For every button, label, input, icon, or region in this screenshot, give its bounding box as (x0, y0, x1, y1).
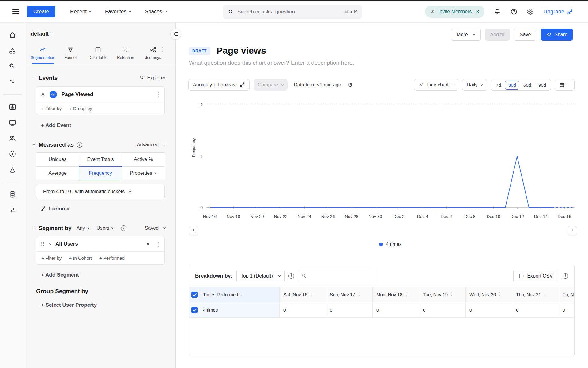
segment-remove-icon[interactable]: ✕ (146, 241, 150, 247)
advanced-dropdown[interactable]: Advanced (137, 142, 165, 148)
segment-any-dropdown[interactable]: Any (77, 225, 89, 231)
audiences-users-icon[interactable] (9, 134, 17, 142)
segment-filter-by[interactable]: + Filter by (41, 255, 62, 261)
sort-icon[interactable] (310, 292, 312, 297)
collapse-chevron-icon[interactable] (33, 76, 35, 79)
sort-icon[interactable] (450, 292, 453, 297)
segment-name[interactable]: All Users (55, 241, 78, 247)
products-icon[interactable] (9, 47, 17, 55)
sort-icon[interactable] (544, 292, 546, 297)
chart-plot-area[interactable] (206, 105, 575, 208)
select-all-checkbox[interactable] (191, 292, 198, 298)
nav-favorites[interactable]: Favorites (105, 9, 131, 15)
event-group-by[interactable]: + Group-by (69, 106, 92, 111)
search-input[interactable]: Search or ask a question ⌘ + K (223, 5, 362, 19)
measure-frequency[interactable]: Frequency (79, 166, 122, 180)
integrations-swap-icon[interactable] (9, 206, 17, 214)
home-icon[interactable] (9, 31, 17, 39)
more-button[interactable]: More (451, 29, 480, 41)
description-placeholder[interactable]: What question does this chart answer? En… (189, 59, 354, 66)
chart-type-dropdown[interactable]: Line chart (414, 79, 458, 91)
segment-users-dropdown[interactable]: Users (96, 225, 114, 231)
column-header-date[interactable]: Sat, Nov 16 (280, 287, 326, 302)
bucket-selector[interactable]: From 4 to 10 , with automatic buckets (36, 184, 165, 199)
tab-funnel[interactable]: Funnel (58, 46, 83, 64)
column-header-date[interactable]: Sun, Nov 17 (326, 287, 373, 302)
segment-info-icon[interactable]: i (121, 225, 126, 231)
save-button[interactable]: Save (514, 29, 536, 41)
segment-performed[interactable]: + Performed (99, 255, 125, 261)
experiments-flask-icon[interactable] (9, 166, 17, 174)
segment-expand-chevron-icon[interactable] (49, 242, 51, 244)
panel-collapse-button[interactable] (170, 29, 181, 40)
data-database-icon[interactable] (9, 190, 17, 198)
breakdown-search-input[interactable] (298, 270, 375, 282)
measured-info-icon[interactable]: i (77, 142, 82, 148)
event-options-icon[interactable]: ⋮ (155, 92, 160, 97)
collapse-chevron-icon[interactable] (33, 143, 35, 145)
range-30d[interactable]: 30d (505, 81, 519, 90)
invite-members-button[interactable]: Invite Members ✕ (425, 6, 484, 18)
date-range-picker[interactable] (555, 79, 575, 91)
tabs-more-menu-icon[interactable]: ⋮ (159, 47, 164, 51)
add-to-button[interactable]: Add to (485, 29, 510, 41)
chart-legend[interactable]: 4 times (206, 242, 575, 247)
chart-prev-button[interactable] (189, 226, 198, 235)
compare-button[interactable]: Compare (254, 79, 288, 91)
drag-handle-icon[interactable] (41, 242, 44, 246)
collapse-chevron-icon[interactable] (33, 226, 35, 229)
select-user-property-button[interactable]: + Select User Property (41, 302, 175, 308)
hamburger-menu-icon[interactable] (12, 9, 19, 14)
invite-dismiss-icon[interactable]: ✕ (476, 9, 480, 14)
row-checkbox[interactable] (191, 307, 198, 313)
segment-in-cohort[interactable]: + In Cohort (69, 255, 92, 261)
replays-play-icon[interactable] (9, 150, 17, 158)
ai-sparkle-icon[interactable] (9, 78, 17, 86)
measure-uniques[interactable]: Uniques (36, 152, 79, 167)
measure-properties[interactable]: Properties (122, 166, 165, 180)
add-segment-button[interactable]: + Add Segment (41, 272, 175, 278)
tab-data-table[interactable]: Data Table (86, 46, 110, 64)
column-header-times-performed[interactable]: Times Performed (199, 287, 280, 302)
sort-icon[interactable] (358, 292, 360, 297)
export-csv-button[interactable]: Export CSV (513, 270, 558, 282)
nav-recent[interactable]: Recent (70, 9, 91, 15)
page-title[interactable]: Page views (217, 45, 266, 56)
refresh-icon[interactable] (347, 82, 352, 88)
sort-icon[interactable] (240, 292, 243, 297)
measure-average[interactable]: Average (36, 166, 79, 180)
breakdown-info-icon[interactable]: i (288, 273, 294, 279)
granularity-dropdown[interactable]: Daily (462, 79, 488, 91)
sort-icon[interactable] (405, 292, 408, 297)
upgrade-link[interactable]: Upgrade (543, 9, 573, 15)
event-filter-by[interactable]: + Filter by (41, 106, 62, 111)
tab-segmentation[interactable]: Segmentation (31, 46, 55, 64)
formula-button[interactable]: Formula (40, 206, 175, 212)
measure-active-pct[interactable]: Active % (122, 152, 165, 167)
range-60d[interactable]: 60d (520, 81, 534, 90)
sort-icon[interactable] (498, 292, 501, 297)
export-info-icon[interactable]: i (563, 273, 568, 279)
measure-event-totals[interactable]: Event Totals (79, 152, 122, 167)
column-header-date[interactable]: Wed, Nov 20 (466, 287, 512, 302)
session-replay-cursor-icon[interactable] (9, 63, 17, 71)
chart-next-button[interactable] (568, 226, 577, 235)
column-header-date[interactable]: Fri, Nov 22 (559, 287, 575, 302)
column-header-date[interactable]: Mon, Nov 18 (373, 287, 419, 302)
range-90d[interactable]: 90d (535, 81, 549, 90)
notifications-bell-icon[interactable] (494, 8, 501, 15)
column-header-date[interactable]: Thu, Nov 21 (512, 287, 559, 302)
column-header-date[interactable]: Tue, Nov 19 (419, 287, 466, 302)
explorer-button[interactable]: Explorer (139, 75, 165, 81)
segment-options-icon[interactable]: ⋮ (155, 242, 160, 246)
settings-gear-icon[interactable] (527, 8, 534, 15)
event-name[interactable]: Page Viewed (62, 91, 93, 98)
project-selector[interactable]: default (31, 31, 175, 37)
analytics-icon[interactable] (9, 103, 17, 111)
saved-dropdown[interactable]: Saved (145, 225, 165, 231)
help-icon[interactable] (510, 8, 518, 15)
anomaly-forecast-button[interactable]: Anomaly + Forecast (188, 79, 250, 91)
tab-retention[interactable]: Retention (113, 46, 138, 64)
share-button[interactable]: Share (541, 29, 573, 41)
nav-spaces[interactable]: Spaces (145, 9, 167, 15)
